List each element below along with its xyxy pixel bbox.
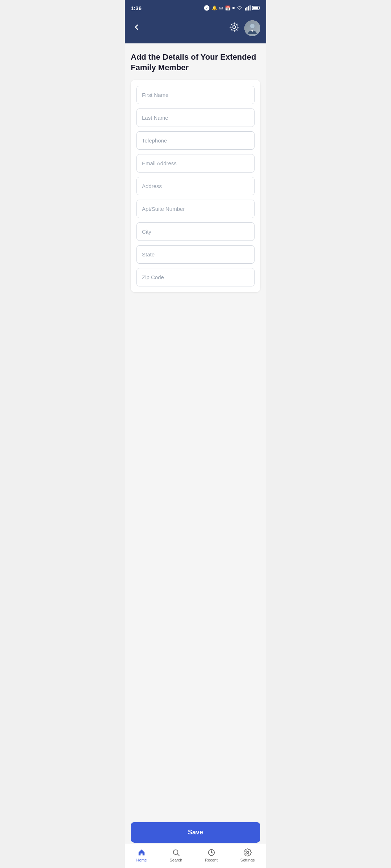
svg-rect-4 [250, 5, 251, 10]
form-card [131, 80, 260, 292]
back-button[interactable] [131, 21, 142, 35]
nav-label-search: Search [170, 858, 182, 862]
state-input[interactable] [136, 245, 255, 264]
recent-icon [207, 848, 215, 856]
avatar[interactable] [244, 20, 260, 36]
settings-wheel-button[interactable] [228, 21, 240, 35]
nav-label-home: Home [136, 858, 147, 862]
first-name-input[interactable] [136, 86, 255, 104]
battery-icon [252, 6, 260, 10]
nav-label-settings: Settings [240, 858, 255, 862]
messenger-icon [203, 5, 210, 11]
svg-rect-1 [245, 8, 246, 10]
svg-point-15 [247, 851, 249, 854]
nav-item-recent[interactable]: Recent [199, 847, 223, 864]
bottom-nav: Home Search Recent Settings [125, 844, 266, 868]
apt-suite-input[interactable] [136, 200, 255, 218]
svg-point-12 [173, 850, 178, 855]
status-bar: 1:36 🔔 ✉ 📅 [125, 0, 266, 16]
nav-label-recent: Recent [205, 858, 218, 862]
status-time: 1:36 [131, 5, 142, 11]
avatar-silhouette [246, 22, 259, 35]
svg-rect-2 [247, 7, 248, 10]
dot-icon [232, 7, 235, 9]
main-content: Add the Details of Your Extended Family … [125, 43, 266, 868]
settings-wheel-icon [228, 21, 240, 33]
svg-rect-7 [260, 7, 260, 9]
nav-settings-icon [244, 848, 252, 856]
svg-point-8 [233, 26, 236, 29]
zip-code-input[interactable] [136, 268, 255, 286]
last-name-input[interactable] [136, 109, 255, 127]
svg-rect-3 [248, 6, 249, 10]
nav-item-home[interactable]: Home [130, 847, 152, 864]
notification-icon: 🔔 [212, 5, 217, 10]
city-input[interactable] [136, 222, 255, 241]
nav-right-icons [228, 20, 260, 36]
svg-line-13 [177, 854, 179, 856]
nav-item-settings[interactable]: Settings [235, 847, 261, 864]
signal-icon [245, 5, 251, 10]
save-button[interactable]: Save [131, 822, 260, 843]
search-icon [172, 848, 180, 856]
telephone-input[interactable] [136, 131, 255, 150]
avatar-image [244, 20, 260, 36]
page-title: Add the Details of Your Extended Family … [131, 52, 260, 73]
email-address-input[interactable] [136, 154, 255, 173]
nav-item-search[interactable]: Search [164, 847, 188, 864]
calendar-icon: 📅 [225, 5, 231, 11]
address-input[interactable] [136, 177, 255, 195]
wifi-icon [236, 5, 243, 10]
home-icon [138, 848, 146, 856]
top-nav [125, 16, 266, 43]
svg-point-11 [250, 24, 255, 28]
status-icons: 🔔 ✉ 📅 [203, 5, 260, 11]
mail-icon: ✉ [219, 5, 223, 11]
svg-rect-6 [253, 7, 258, 9]
